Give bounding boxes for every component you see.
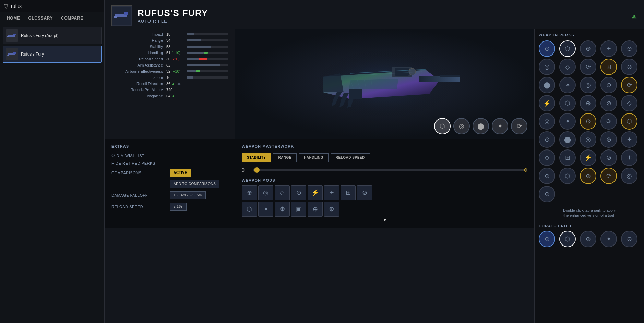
perk-cell-5-1[interactable]: ◎	[539, 113, 555, 130]
perk-cell-3-5[interactable]: ⟳	[621, 77, 637, 93]
perk-cell-8-1[interactable]: ⊙	[539, 168, 555, 184]
perk-cell-1-5[interactable]: ⊙	[621, 40, 637, 57]
mw-btn-handling[interactable]: HANDLING	[299, 153, 329, 162]
perk-cell-2-4[interactable]: ⊞	[600, 59, 617, 75]
perk-cell-6-3[interactable]: ◎	[580, 131, 596, 148]
perk-cell-5-3[interactable]: ⊙	[580, 113, 596, 130]
stat-name-handling: Handling	[111, 51, 166, 55]
perk-btn-2[interactable]: ◎	[453, 118, 470, 134]
curated-perk-3[interactable]: ⊕	[580, 231, 596, 247]
mod-btn-9[interactable]: ⬡	[242, 202, 257, 217]
stat-bar-airborne	[187, 70, 228, 72]
perk-cell-4-2[interactable]: ⬡	[559, 95, 576, 111]
perk-cell-2-5[interactable]: ⊘	[621, 59, 637, 75]
perk-cell-3-2[interactable]: ✶	[559, 77, 576, 93]
mod-btn-12[interactable]: ▣	[291, 202, 306, 217]
perk-cell-7-5[interactable]: ✶	[621, 149, 637, 166]
svg-rect-14	[395, 68, 409, 76]
mod-btn-7[interactable]: ⊞	[341, 185, 356, 200]
mod-btn-13[interactable]: ⊕	[308, 202, 323, 217]
perk-cell-1-2[interactable]: ⬡	[559, 40, 576, 57]
mod-btn-5[interactable]: ⚡	[308, 185, 323, 200]
perk-cell-1-4[interactable]: ✦	[600, 40, 617, 57]
perk-cell-1-3[interactable]: ⊕	[580, 40, 596, 57]
stat-bar-fill-stability	[187, 46, 211, 48]
mod-btn-14[interactable]: ⚙	[324, 202, 339, 217]
perk-cell-6-1[interactable]: ⊙	[539, 131, 555, 148]
perk-cell-8-2[interactable]: ⬡	[559, 168, 576, 184]
perk-cell-4-4[interactable]: ⊘	[600, 95, 617, 111]
stat-airborne: Airborne Effectiveness 32 (+10)	[111, 69, 228, 73]
nav-home[interactable]: HOME	[3, 12, 24, 24]
perk-cell-8-4[interactable]: ⟳	[600, 168, 617, 184]
perk-cell-6-5[interactable]: ✦	[621, 131, 637, 148]
perk-btn-4[interactable]: ✦	[492, 118, 508, 134]
mw-btn-reload[interactable]: RELOAD SPEED	[331, 153, 370, 162]
perk-cell-2-1[interactable]: ◎	[539, 59, 555, 75]
add-to-comparisons-btn[interactable]: ADD TO COMPARISONS	[170, 180, 219, 188]
perk-cell-2-2[interactable]: ◇	[559, 59, 576, 75]
stat-bar-stability	[187, 46, 228, 48]
perk-btn-5[interactable]: ⟳	[511, 118, 527, 134]
perk-cell-6-4[interactable]: ⊕	[600, 131, 617, 148]
comparisons-active-btn[interactable]: ACTIVE	[170, 169, 191, 177]
mod-btn-11[interactable]: ❋	[275, 202, 290, 217]
stat-bar-fill-range	[187, 39, 201, 41]
mod-btn-10[interactable]: ✶	[258, 202, 273, 217]
curated-perk-1[interactable]: ⊙	[539, 231, 555, 247]
perk-cell-9-1[interactable]: ⊙	[539, 186, 555, 202]
nav-compare[interactable]: COMPARE	[57, 12, 87, 24]
curated-perk-2[interactable]: ⬡	[559, 231, 576, 247]
perk-cell-5-4[interactable]: ⟳	[600, 113, 617, 130]
perk-cell-7-2[interactable]: ⊞	[559, 149, 576, 166]
perk-cell-8-5[interactable]: ◎	[621, 168, 637, 184]
stat-name-range: Range	[111, 38, 166, 43]
perk-cell-3-3[interactable]: ◎	[580, 77, 596, 93]
perk-btn-1[interactable]: ⬡	[434, 118, 451, 134]
mw-btn-stability[interactable]: STABILITY	[242, 153, 271, 162]
perk-cell-7-3[interactable]: ⚡	[580, 149, 596, 166]
perks-title: WEAPON PERKS	[539, 33, 640, 37]
stat-value-zoom: 16	[166, 75, 187, 80]
extra-label-damage: DAMAGE FALLOFF	[111, 193, 166, 198]
stat-bar-fill-aim	[187, 64, 220, 66]
perk-cell-1-1[interactable]: ⊙	[539, 40, 555, 57]
mw-btn-range[interactable]: RANGE	[273, 153, 297, 162]
weapon-name-adept: Rufus's Fury (Adept)	[21, 33, 59, 38]
mod-btn-8[interactable]: ⊘	[357, 185, 372, 200]
perk-cell-3-4[interactable]: ⊙	[600, 77, 617, 93]
curated-perk-5[interactable]: ⊙	[621, 231, 637, 247]
stat-bar-malus-reload	[199, 58, 207, 60]
mw-slider-track[interactable]	[253, 169, 527, 171]
perk-cell-6-2[interactable]: ⬤	[559, 131, 576, 148]
perk-cell-5-5[interactable]: ⬡	[621, 113, 637, 130]
perk-cell-4-3[interactable]: ⊕	[580, 95, 596, 111]
stat-bar-aim	[187, 64, 228, 66]
perk-cell-7-1[interactable]: ◇	[539, 149, 555, 166]
mods-grid-row1: ⊕ ◎ ◇ ⊙ ⚡ ✦ ⊞ ⊘	[242, 185, 527, 200]
weapon-item-rufus[interactable]: Rufus's Fury	[3, 46, 102, 63]
perk-cell-7-4[interactable]: ⊘	[600, 149, 617, 166]
stat-name-recoil: Recoil Direction	[111, 82, 166, 86]
mod-btn-1[interactable]: ⊕	[242, 185, 257, 200]
curated-roll-title: CURATED ROLL	[539, 224, 640, 228]
perk-btn-3[interactable]: ⬤	[473, 118, 489, 134]
perk-cell-8-3[interactable]: ⊕	[580, 168, 596, 184]
perk-cell-2-3[interactable]: ⟳	[580, 59, 596, 75]
svg-rect-12	[440, 75, 460, 77]
nav-glossary[interactable]: GLOSSARY	[24, 12, 57, 24]
perk-cell-5-2[interactable]: ✦	[559, 113, 576, 130]
curated-perk-4[interactable]: ✦	[600, 231, 617, 247]
stat-name-stability: Stability	[111, 45, 166, 49]
mw-slider-thumb[interactable]	[254, 167, 260, 173]
weapon-thumb-adept	[6, 29, 18, 42]
mod-btn-2[interactable]: ◎	[258, 185, 273, 200]
weapon-item-adept[interactable]: Rufus's Fury (Adept)	[3, 27, 102, 44]
perk-cell-3-1[interactable]: ⬤	[539, 77, 555, 93]
stat-rpm: Rounds Per Minute 720	[111, 88, 228, 92]
mod-btn-4[interactable]: ⊙	[291, 185, 306, 200]
perk-cell-4-5[interactable]: ◇	[621, 95, 637, 111]
mod-btn-6[interactable]: ✦	[324, 185, 339, 200]
perk-cell-4-1[interactable]: ⚡	[539, 95, 555, 111]
mod-btn-3[interactable]: ◇	[275, 185, 290, 200]
